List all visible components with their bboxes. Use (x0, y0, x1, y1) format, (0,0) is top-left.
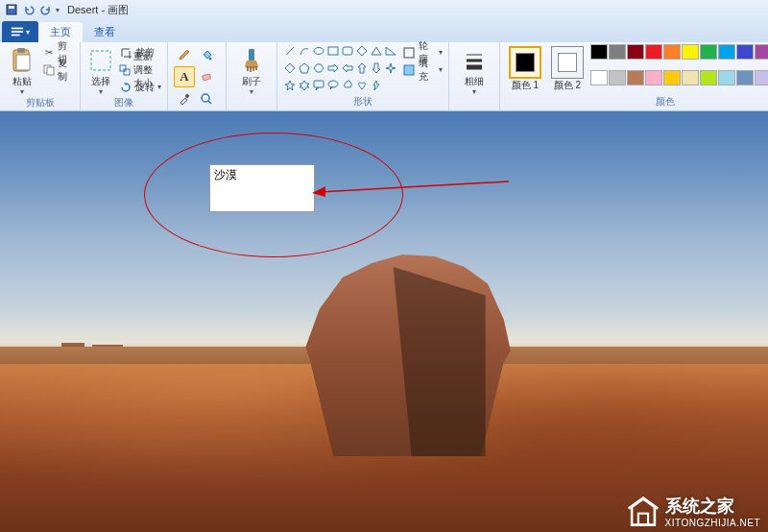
qat-dropdown-icon[interactable]: ▾ (56, 6, 60, 14)
palette-swatch[interactable] (663, 44, 681, 60)
palette-swatch[interactable] (609, 70, 626, 85)
save-icon[interactable] (4, 2, 19, 17)
crop-icon (119, 46, 132, 60)
chevron-down-icon: ▾ (250, 87, 253, 96)
shape-star5[interactable] (283, 79, 297, 92)
palette-swatch[interactable] (663, 70, 681, 85)
shape-star6[interactable] (298, 79, 311, 92)
palette-swatch[interactable] (682, 44, 699, 60)
color1-well (509, 46, 541, 79)
shape-arrow-r[interactable] (326, 61, 340, 75)
file-menu-button[interactable]: ▾ (2, 21, 38, 42)
color2-label: 颜色 2 (554, 80, 581, 90)
palette-swatch[interactable] (718, 44, 735, 60)
svg-marker-31 (300, 81, 309, 90)
watermark-icon (627, 496, 660, 528)
tab-view[interactable]: 查看 (83, 22, 127, 42)
shape-rect[interactable] (326, 44, 340, 58)
ribbon: 粘贴 ▾ ✂剪切 复制 剪贴板 选择 ▾ 裁剪 重新调整大小 旋转▾ 图像 (0, 42, 768, 111)
shape-star4[interactable] (384, 61, 397, 75)
copy-button[interactable]: 复制 (43, 61, 74, 78)
titlebar: ▾ Desert - 画图 (0, 0, 768, 19)
undo-icon[interactable] (21, 2, 36, 17)
color1-button[interactable]: 颜色 1 (506, 44, 544, 95)
watermark: 系统之家 XITONGZHIJIA.NET (627, 495, 761, 528)
palette-swatch[interactable] (755, 70, 768, 85)
image-main-butte (292, 246, 522, 456)
brushes-button[interactable]: 刷子 ▾ (232, 44, 271, 98)
svg-rect-2 (12, 28, 23, 30)
shapes-gallery[interactable] (283, 44, 399, 95)
palette-swatch[interactable] (590, 70, 608, 85)
group-tools: A 工具 (168, 42, 227, 110)
svg-rect-47 (637, 513, 647, 524)
palette-swatch[interactable] (755, 44, 768, 60)
group-image: 选择 ▾ 裁剪 重新调整大小 旋转▾ 图像 (81, 42, 168, 110)
select-icon (86, 46, 115, 75)
shape-callout-oval[interactable] (326, 79, 340, 92)
shape-arrow-u[interactable] (355, 61, 369, 75)
shape-pentagon[interactable] (298, 61, 311, 75)
palette-swatch[interactable] (736, 70, 754, 85)
svg-rect-35 (404, 48, 414, 58)
palette-swatch[interactable] (645, 44, 662, 60)
brushes-label: 刷子 (242, 76, 261, 86)
palette-swatch[interactable] (718, 70, 735, 85)
svg-marker-28 (314, 64, 324, 72)
palette-swatch[interactable] (627, 44, 644, 60)
svg-rect-32 (314, 81, 324, 87)
copy-icon (43, 63, 55, 77)
color2-button[interactable]: 颜色 2 (548, 44, 587, 95)
shape-rtriangle[interactable] (384, 44, 397, 58)
canvas[interactable]: 沙漠 系统之家 XITONGZHIJIA.NET (0, 111, 768, 532)
group-colors-label: 颜色 (506, 95, 768, 110)
shape-triangle[interactable] (370, 44, 383, 58)
palette-swatch[interactable] (609, 44, 626, 60)
shape-line[interactable] (283, 44, 297, 58)
fill-tool[interactable] (196, 44, 217, 65)
svg-point-33 (328, 81, 338, 87)
shape-arrow-d[interactable] (370, 61, 383, 75)
shape-roundrect[interactable] (341, 44, 354, 58)
shape-oval[interactable] (312, 44, 325, 58)
chevron-down-icon: ▾ (472, 87, 476, 96)
paste-button[interactable]: 粘贴 ▾ (6, 44, 39, 96)
palette-swatch[interactable] (590, 44, 608, 60)
eraser-tool[interactable] (196, 66, 217, 87)
text-tool[interactable]: A (174, 66, 195, 87)
shape-diamond[interactable] (283, 61, 297, 75)
scissors-icon: ✂ (43, 46, 55, 60)
window-title: Desert - 画图 (67, 3, 129, 17)
shape-callout-rect[interactable] (312, 79, 325, 92)
palette-swatch[interactable] (700, 44, 717, 60)
group-clipboard-label: 剪贴板 (6, 96, 74, 111)
palette-swatch[interactable] (700, 70, 717, 85)
shape-arrow-l[interactable] (341, 61, 354, 75)
size-button[interactable]: 粗细 ▾ (455, 44, 493, 98)
magnifier-tool[interactable] (196, 88, 217, 109)
picker-tool[interactable] (174, 88, 195, 109)
resize-button[interactable]: 重新调整大小 (119, 61, 161, 78)
svg-marker-23 (357, 46, 367, 56)
svg-rect-1 (9, 6, 14, 9)
shape-callout-cloud[interactable] (341, 79, 354, 92)
rotate-button[interactable]: 旋转▾ (119, 79, 161, 95)
shape-hexagon[interactable] (312, 61, 325, 75)
palette-swatch[interactable] (645, 70, 662, 85)
redo-icon[interactable] (38, 2, 54, 17)
shape-curve[interactable] (298, 44, 311, 58)
palette-swatch[interactable] (682, 70, 699, 85)
palette-swatch[interactable] (627, 70, 644, 85)
copy-label: 复制 (58, 57, 74, 84)
shape-polygon[interactable] (355, 44, 369, 58)
paste-label: 粘贴 (12, 76, 32, 86)
fill-button[interactable]: 填充▾ (403, 61, 443, 78)
annotation-textbox[interactable]: 沙漠 (209, 164, 315, 212)
shape-heart[interactable] (355, 79, 369, 92)
color2-well (551, 46, 584, 79)
color1-label: 颜色 1 (512, 80, 539, 90)
shape-lightning[interactable] (370, 79, 383, 92)
select-button[interactable]: 选择 ▾ (86, 44, 115, 96)
palette-swatch[interactable] (736, 44, 754, 60)
pencil-tool[interactable] (174, 44, 195, 65)
